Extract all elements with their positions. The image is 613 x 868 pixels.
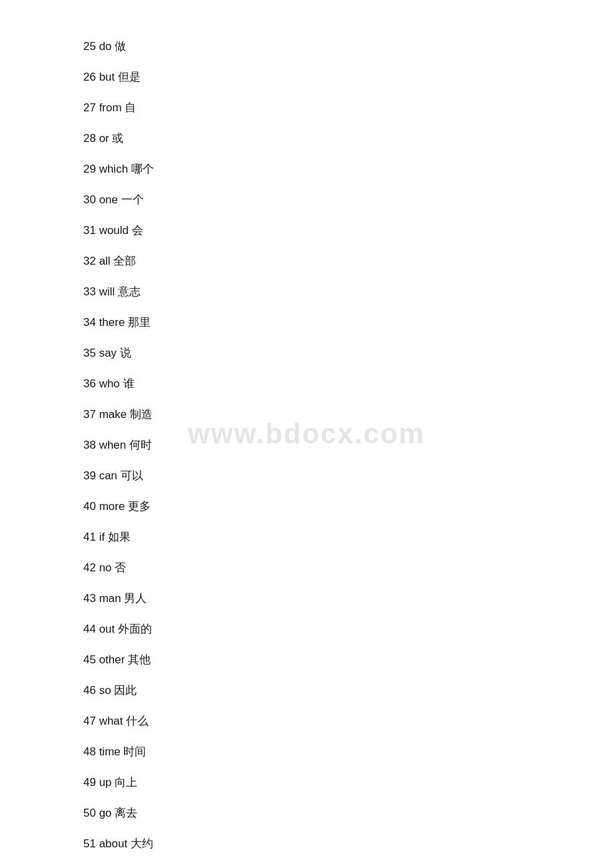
word-chinese: 外面的 [118,623,152,635]
word-chinese: 更多 [128,500,151,513]
list-item: 36 who 谁 [83,377,613,389]
list-item: 38 when 何时 [83,439,613,451]
list-item: 25 do 做 [83,40,613,52]
list-item: 47 what 什么 [83,715,613,727]
word-chinese: 谁 [123,377,135,390]
word-english: make [99,408,130,421]
word-chinese: 或 [112,132,123,145]
list-item: 34 there 那里 [83,316,613,328]
list-item: 45 other 其他 [83,653,613,665]
word-number: 25 [83,40,99,53]
list-item: 32 all 全部 [83,255,613,267]
word-english: so [99,684,115,697]
list-item: 35 say 说 [83,347,613,359]
word-english: do [99,40,115,53]
word-number: 35 [83,347,99,359]
word-number: 27 [83,101,99,114]
word-number: 45 [83,653,99,666]
word-number: 41 [83,531,99,543]
word-number: 38 [83,439,99,451]
list-item: 30 one 一个 [83,193,613,205]
list-item: 29 which 哪个 [83,163,613,175]
word-chinese: 说 [120,347,131,359]
list-item: 26 but 但是 [83,71,613,83]
word-english: all [99,255,114,267]
word-english: will [99,285,118,298]
list-item: 37 make 制造 [83,408,613,420]
word-number: 26 [83,71,99,83]
word-chinese: 大约 [131,837,153,850]
word-chinese: 做 [115,40,126,53]
word-english: one [99,193,121,206]
word-number: 28 [83,132,99,145]
word-english: can [99,469,121,482]
word-chinese: 那里 [128,316,151,329]
word-number: 33 [83,285,99,298]
list-item: 49 up 向上 [83,776,613,788]
word-english: what [99,715,127,727]
word-number: 47 [83,715,99,727]
word-chinese: 何时 [129,439,152,451]
word-chinese: 离去 [115,807,137,819]
list-item: 41 if 如果 [83,531,613,543]
word-chinese: 男人 [124,592,147,605]
word-english: say [99,347,120,359]
word-number: 37 [83,408,99,421]
word-english: which [99,163,131,175]
word-english: about [99,837,131,850]
word-number: 43 [83,592,99,605]
list-item: 28 or 或 [83,132,613,144]
list-item: 39 can 可以 [83,469,613,481]
list-item: 40 more 更多 [83,500,613,512]
list-item: 46 so 因此 [83,684,613,696]
word-chinese: 但是 [118,71,141,83]
word-english: but [99,71,118,83]
word-chinese: 全部 [113,255,136,267]
word-english: out [99,623,118,635]
word-english: there [99,316,128,329]
word-english: from [99,101,125,114]
word-chinese: 什么 [126,715,149,727]
word-chinese: 向上 [115,776,137,789]
word-number: 31 [83,224,99,237]
word-chinese: 哪个 [131,163,154,175]
word-chinese: 因此 [114,684,137,697]
word-english: time [99,745,124,758]
word-number: 29 [83,163,99,175]
word-english: more [99,500,128,513]
word-chinese: 会 [132,224,143,237]
word-chinese: 意志 [118,285,141,298]
list-item: 27 from 自 [83,101,613,113]
word-english: if [99,531,108,543]
list-item: 43 man 男人 [83,592,613,604]
list-item: 42 no 否 [83,561,613,573]
word-number: 50 [83,807,99,819]
word-english: or [99,132,113,145]
word-number: 46 [83,684,99,697]
word-english: would [99,224,132,237]
word-number: 51 [83,837,99,850]
word-english: go [99,807,115,819]
word-number: 36 [83,377,99,390]
word-number: 48 [83,745,99,758]
list-item: 50 go 离去 [83,807,613,819]
word-chinese: 一个 [121,193,144,206]
word-number: 44 [83,623,99,635]
word-number: 32 [83,255,99,267]
word-chinese: 制造 [130,408,153,421]
word-chinese: 如果 [108,531,131,543]
word-english: when [99,439,129,451]
list-item: 44 out 外面的 [83,623,613,635]
word-number: 49 [83,776,99,789]
word-chinese: 自 [125,101,136,114]
word-chinese: 其他 [128,653,151,666]
word-chinese: 时间 [123,745,146,758]
word-number: 34 [83,316,99,329]
word-number: 30 [83,193,99,206]
word-english: man [99,592,125,605]
word-english: no [99,561,115,574]
list-item: 31 would 会 [83,224,613,236]
word-number: 39 [83,469,99,482]
word-english: who [99,377,123,390]
word-english: other [99,653,128,666]
